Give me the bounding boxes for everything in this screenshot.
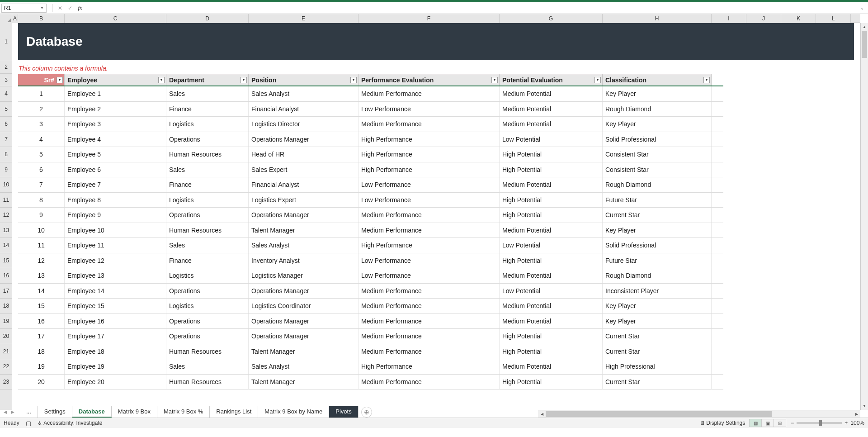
cell-perf[interactable]: Low Performance bbox=[359, 253, 500, 268]
table-row[interactable]: 9Employee 9OperationsOperations ManagerM… bbox=[18, 208, 723, 223]
cell-emp[interactable]: Employee 10 bbox=[65, 223, 166, 238]
cell-emp[interactable]: Employee 8 bbox=[65, 193, 166, 208]
cell-perf[interactable]: Medium Performance bbox=[359, 299, 500, 314]
horizontal-scrollbar[interactable]: ◀ ▶ bbox=[538, 410, 860, 418]
cell-pos[interactable]: Sales Analyst bbox=[249, 86, 359, 101]
cell-dept[interactable]: Operations bbox=[166, 329, 249, 344]
row-header-18[interactable]: 18 bbox=[0, 299, 12, 314]
table-row[interactable]: 15Employee 15LogisticsLogistics Coordina… bbox=[18, 299, 723, 314]
sheet-tab-matrix-9-box-[interactable]: Matrix 9 Box % bbox=[157, 406, 210, 418]
column-header-A[interactable]: A bbox=[12, 14, 18, 23]
cell-perf[interactable]: High Performance bbox=[359, 132, 500, 147]
column-header-B[interactable]: B bbox=[18, 14, 65, 23]
cell-pot[interactable]: High Potential bbox=[500, 253, 603, 268]
header-performance[interactable]: Performance Evaluation▼ bbox=[359, 74, 500, 86]
cell-emp[interactable]: Employee 12 bbox=[65, 253, 166, 268]
cell-perf[interactable]: High Performance bbox=[359, 359, 500, 374]
row-header-1[interactable]: 1 bbox=[0, 23, 12, 60]
cell-sr[interactable]: 18 bbox=[18, 344, 65, 359]
cell-dept[interactable]: Sales bbox=[166, 162, 249, 177]
header-department[interactable]: Department▼ bbox=[166, 74, 249, 86]
cell-pos[interactable]: Operations Manager bbox=[249, 329, 359, 344]
cell-dept[interactable]: Operations bbox=[166, 132, 249, 147]
cell-pos[interactable]: Talent Manager bbox=[249, 344, 359, 359]
cell-pot[interactable]: Low Potential bbox=[500, 238, 603, 253]
row-header-7[interactable]: 7 bbox=[0, 132, 12, 147]
cell-class[interactable]: Rough Diamond bbox=[603, 177, 712, 192]
column-header-J[interactable]: J bbox=[746, 14, 781, 23]
view-page-layout-button[interactable]: ▣ bbox=[761, 419, 774, 427]
row-header-11[interactable]: 11 bbox=[0, 193, 12, 208]
cell-perf[interactable]: Medium Performance bbox=[359, 344, 500, 359]
cell-pos[interactable]: Logistics Coordinator bbox=[249, 299, 359, 314]
row-header-8[interactable]: 8 bbox=[0, 147, 12, 162]
scroll-left-icon[interactable]: ◀ bbox=[538, 412, 546, 416]
table-row[interactable]: 8Employee 8LogisticsLogistics ExpertLow … bbox=[18, 193, 723, 208]
cell-class[interactable]: Current Star bbox=[603, 208, 712, 223]
row-header-16[interactable]: 16 bbox=[0, 268, 12, 284]
row-header-10[interactable]: 10 bbox=[0, 177, 12, 193]
column-header-F[interactable]: F bbox=[359, 14, 500, 23]
cell-pos[interactable]: Talent Manager bbox=[249, 375, 359, 390]
cell-pos[interactable]: Sales Analyst bbox=[249, 238, 359, 253]
cell-pos[interactable]: Logistics Director bbox=[249, 117, 359, 132]
row-header-19[interactable]: 19 bbox=[0, 314, 12, 329]
cell-perf[interactable]: Medium Performance bbox=[359, 208, 500, 223]
cell-class[interactable]: Rough Diamond bbox=[603, 102, 712, 117]
table-row[interactable]: 2Employee 2FinanceFinancial AnalystLow P… bbox=[18, 102, 723, 117]
cell-pot[interactable]: High Potential bbox=[500, 193, 603, 208]
cell-pos[interactable]: Logistics Expert bbox=[249, 193, 359, 208]
cell-dept[interactable]: Logistics bbox=[166, 193, 249, 208]
cell-emp[interactable]: Employee 19 bbox=[65, 359, 166, 374]
cell-emp[interactable]: Employee 5 bbox=[65, 147, 166, 162]
cell-class[interactable]: Consistent Star bbox=[603, 162, 712, 177]
header-employee[interactable]: Employee▼ bbox=[65, 74, 166, 86]
cell-class[interactable]: Current Star bbox=[603, 329, 712, 344]
cell-sr[interactable]: 11 bbox=[18, 238, 65, 253]
zoom-in-button[interactable]: + bbox=[844, 420, 848, 426]
cell-pot[interactable]: Low Potential bbox=[500, 132, 603, 147]
cell-dept[interactable]: Human Resources bbox=[166, 147, 249, 162]
cell-sr[interactable]: 10 bbox=[18, 223, 65, 238]
filter-icon[interactable]: ▼ bbox=[158, 77, 165, 83]
cell-emp[interactable]: Employee 13 bbox=[65, 268, 166, 283]
cell-class[interactable]: Current Star bbox=[603, 344, 712, 359]
header-position[interactable]: Position▼ bbox=[249, 74, 359, 86]
cell-sr[interactable]: 5 bbox=[18, 147, 65, 162]
cell-dept[interactable]: Sales bbox=[166, 359, 249, 374]
cell-pot[interactable]: High Potential bbox=[500, 344, 603, 359]
column-header-H[interactable]: H bbox=[603, 14, 712, 23]
cell-class[interactable]: Solid Professional bbox=[603, 238, 712, 253]
column-header-I[interactable]: I bbox=[712, 14, 746, 23]
row-header-9[interactable]: 9 bbox=[0, 162, 12, 178]
cell-dept[interactable]: Human Resources bbox=[166, 375, 249, 390]
cell-dept[interactable]: Logistics bbox=[166, 299, 249, 314]
cell-class[interactable]: Current Star bbox=[603, 375, 712, 390]
cell-pos[interactable]: Operations Manager bbox=[249, 208, 359, 223]
table-row[interactable]: 11Employee 11SalesSales AnalystHigh Perf… bbox=[18, 238, 723, 253]
row-header-4[interactable]: 4 bbox=[0, 86, 12, 102]
cell-dept[interactable]: Operations bbox=[166, 314, 249, 329]
row-header-13[interactable]: 13 bbox=[0, 223, 12, 238]
cell-sr[interactable]: 12 bbox=[18, 253, 65, 268]
sheet-tab-pivots[interactable]: Pivots bbox=[329, 406, 358, 418]
column-header-C[interactable]: C bbox=[65, 14, 166, 23]
cell-class[interactable]: Key Player bbox=[603, 117, 712, 132]
cell-sr[interactable]: 16 bbox=[18, 314, 65, 329]
row-header-20[interactable]: 20 bbox=[0, 329, 12, 344]
table-row[interactable]: 16Employee 16OperationsOperations Manage… bbox=[18, 314, 723, 329]
fx-icon[interactable]: fx bbox=[76, 4, 84, 12]
cell-sr[interactable]: 4 bbox=[18, 132, 65, 147]
cell-sr[interactable]: 6 bbox=[18, 162, 65, 177]
scroll-thumb[interactable] bbox=[862, 31, 867, 58]
cell-dept[interactable]: Human Resources bbox=[166, 344, 249, 359]
cell-pos[interactable]: Head of HR bbox=[249, 147, 359, 162]
table-row[interactable]: 1Employee 1SalesSales AnalystMedium Perf… bbox=[18, 86, 723, 102]
sheet-tab-matrix-9-box[interactable]: Matrix 9 Box bbox=[112, 406, 157, 418]
cell-class[interactable]: Key Player bbox=[603, 86, 712, 101]
scroll-thumb[interactable] bbox=[546, 411, 772, 417]
cell-perf[interactable]: Medium Performance bbox=[359, 284, 500, 299]
cell-pot[interactable]: Medium Potential bbox=[500, 102, 603, 117]
row-header-21[interactable]: 21 bbox=[0, 344, 12, 360]
cell-pot[interactable]: High Potential bbox=[500, 162, 603, 177]
